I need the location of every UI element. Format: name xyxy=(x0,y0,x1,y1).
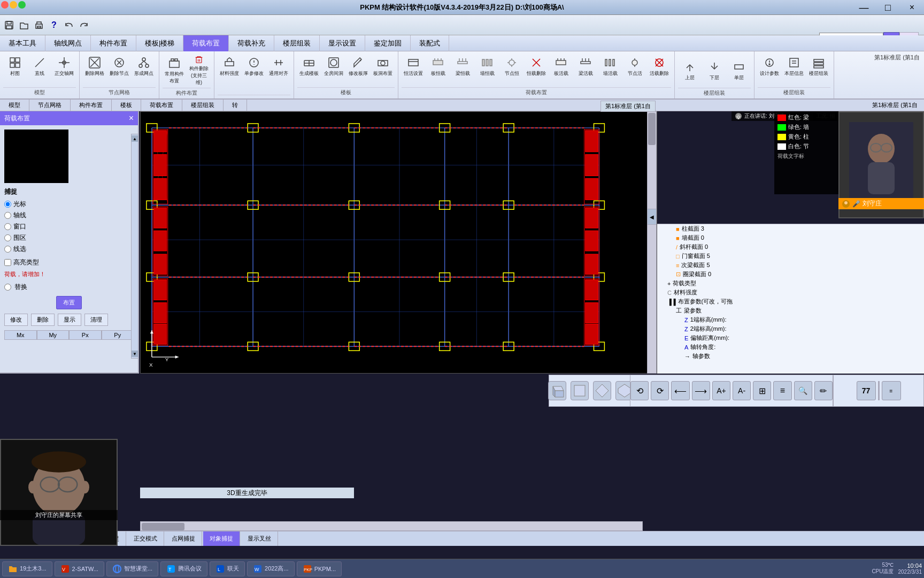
status-load[interactable]: 荷载布置 xyxy=(141,100,182,111)
clear-btn[interactable]: 清理 xyxy=(84,314,108,326)
help-button[interactable]: ? xyxy=(47,18,61,32)
nav-undo-btn[interactable]: ⟲ xyxy=(630,381,649,400)
task-folder[interactable]: 19土木3... xyxy=(2,561,52,576)
modify-btn[interactable]: 修改 xyxy=(4,314,28,326)
menu-display[interactable]: 显示设置 xyxy=(320,35,365,51)
live-delete-btn[interactable]: 活载删除 xyxy=(648,54,671,79)
scroll-up-arrow[interactable]: ▲ xyxy=(132,135,138,142)
open-button[interactable] xyxy=(17,18,31,32)
menu-slab-stair[interactable]: 楼板|楼梯 xyxy=(136,35,183,51)
zoom-btn[interactable]: 🔍 xyxy=(794,381,812,400)
dead-delete-btn[interactable]: 恒载删除 xyxy=(525,54,548,79)
upper-layer-btn[interactable]: 上层 xyxy=(678,54,702,88)
vertical-scrollbar[interactable] xyxy=(647,111,657,374)
sb-grid-snap[interactable]: 点网捕捉 xyxy=(165,531,202,546)
replace-radio[interactable] xyxy=(4,284,11,291)
tree-load-expand[interactable]: + xyxy=(667,280,671,287)
single-layer-btn[interactable]: 单层 xyxy=(727,54,751,88)
radio-window-input[interactable] xyxy=(4,223,11,230)
tree-axis-params[interactable]: → 轴参数 xyxy=(657,352,924,361)
tree-material[interactable]: C 材料强度 xyxy=(657,288,924,297)
tree-door-section[interactable]: □ 门窗截面 5 xyxy=(657,252,924,261)
tree-layout-params[interactable]: ▐▐ 布置参数(可改，可拖 xyxy=(657,297,924,306)
radio-axis-input[interactable] xyxy=(4,212,11,219)
restore-icon[interactable]: □ xyxy=(876,0,900,15)
radio-fence[interactable]: 围区 xyxy=(4,233,134,242)
floor-assembly-btn[interactable]: 楼层组装 xyxy=(807,54,830,79)
sb-object-snap[interactable]: 对象捕捉 xyxy=(203,531,240,546)
tree-wall-section[interactable]: ■ 墙截面 0 xyxy=(657,233,924,242)
left-panel-scrollbar[interactable]: ▲ ▼ xyxy=(131,134,138,359)
redo-button[interactable] xyxy=(77,18,91,32)
gen-slab-btn[interactable]: 生成楼板 xyxy=(297,54,321,79)
wall-dead-btn[interactable]: 墙恒载 xyxy=(475,54,499,79)
delete-component-btn[interactable]: 构件删除(支持三维) xyxy=(187,54,211,88)
menu-assembly[interactable]: 装配式 xyxy=(411,35,449,51)
status-model[interactable]: 模型 xyxy=(0,100,29,111)
menu-load[interactable]: 荷载布置 xyxy=(183,35,229,51)
delete-grid-btn[interactable]: 删除网格 xyxy=(83,54,106,79)
modify-slab-btn[interactable]: 修改板厚 xyxy=(346,54,370,79)
status-floor[interactable]: 楼层组装 xyxy=(182,100,224,111)
status-node[interactable]: 节点网格 xyxy=(29,100,71,111)
slab-live-btn[interactable]: 板活载 xyxy=(549,54,573,79)
radio-fence-input[interactable] xyxy=(4,234,11,241)
menu-load-extra[interactable]: 荷载补充 xyxy=(229,35,274,51)
tree-beam-params[interactable]: 工 梁参数 xyxy=(657,306,924,315)
radio-line-select[interactable]: 线选 xyxy=(4,245,134,254)
single-param-btn[interactable]: 单参修改 xyxy=(242,54,266,79)
view-front-btn[interactable] xyxy=(571,381,589,400)
radio-axis[interactable]: 轴线 xyxy=(4,211,134,220)
left-panel-close-btn[interactable]: × xyxy=(129,113,134,123)
save-button[interactable] xyxy=(2,18,16,32)
material-strength-btn[interactable]: 材料强度 xyxy=(218,54,241,79)
pencil-btn[interactable]: ✏ xyxy=(814,381,833,400)
tree-sub-beam[interactable]: ≡ 次梁截面 5 xyxy=(657,261,924,270)
tree-col-section[interactable]: ■ 柱截面 3 xyxy=(657,224,924,233)
menu-floor-assembly[interactable]: 楼层组装 xyxy=(274,35,320,51)
title-controls[interactable]: — □ × xyxy=(852,0,924,15)
node-live-btn[interactable]: 节点活 xyxy=(623,54,646,79)
minimize-icon[interactable]: — xyxy=(852,0,876,15)
radio-cursor[interactable]: 光标 xyxy=(4,200,134,209)
status-slab[interactable]: 楼板 xyxy=(112,100,141,111)
dead-live-set-btn[interactable]: 恒活设置 xyxy=(402,54,425,79)
tree-ring-beam[interactable]: ⊡ 圈梁截面 0 xyxy=(657,270,924,279)
right-expand-btn[interactable]: ◀ xyxy=(647,209,657,225)
scroll-handle-vertical[interactable] xyxy=(648,113,656,145)
nav-redo-btn[interactable]: ⟳ xyxy=(651,381,669,400)
task-browser[interactable]: 智慧课堂... xyxy=(106,561,158,576)
extra-list-btn[interactable]: ≡ xyxy=(882,381,901,400)
view-3d-btn[interactable] xyxy=(548,381,566,400)
scale-btn[interactable]: 77 xyxy=(857,381,876,400)
view-side-btn[interactable] xyxy=(593,381,611,400)
layer-info-btn[interactable]: 本层信息 xyxy=(782,54,806,79)
design-param-btn[interactable]: 设计参数 xyxy=(758,54,781,79)
menu-components[interactable]: 构件布置 xyxy=(91,35,136,51)
ribbon-grid-btn[interactable]: 正交轴网 xyxy=(52,54,76,79)
wall-live-btn[interactable]: 墙活载 xyxy=(598,54,622,79)
align-btn[interactable]: 通用对齐 xyxy=(267,54,290,79)
task-satw[interactable]: V 2-SATW... xyxy=(55,561,104,576)
delete-node-btn[interactable]: 删除节点 xyxy=(107,54,131,79)
window-controls[interactable] xyxy=(1,1,26,9)
status-component[interactable]: 构件布置 xyxy=(71,100,112,111)
full-room-hole-btn[interactable]: 全房间洞 xyxy=(322,54,345,79)
lower-layer-btn[interactable]: 下层 xyxy=(703,54,726,88)
tree-brace-section[interactable]: / 斜杆截面 0 xyxy=(657,242,924,252)
tree-angle[interactable]: A 轴转角度: xyxy=(657,343,924,352)
common-component-btn[interactable]: 常用构件布置 xyxy=(163,54,186,88)
sb-crosshair[interactable]: 显示叉丝 xyxy=(241,531,278,546)
tree-load-type[interactable]: + 荷载类型 xyxy=(657,279,924,288)
node-dead-btn[interactable]: 节点恒 xyxy=(500,54,523,79)
display-btn[interactable]: 显示 xyxy=(58,314,81,326)
task-liantian[interactable]: L 联天 xyxy=(210,561,245,576)
hole-layout-btn[interactable]: 板洞布置 xyxy=(371,54,395,79)
menu-basic-tools[interactable]: 基本工具 xyxy=(0,35,45,51)
close-btn[interactable] xyxy=(1,1,9,9)
horizontal-scrollbar[interactable] xyxy=(140,521,643,531)
close-icon[interactable]: × xyxy=(900,0,924,15)
undo-button[interactable] xyxy=(62,18,76,32)
scroll-down-arrow[interactable]: ▼ xyxy=(132,351,138,357)
task-pkpm[interactable]: PKPM PKPM... xyxy=(297,561,342,576)
